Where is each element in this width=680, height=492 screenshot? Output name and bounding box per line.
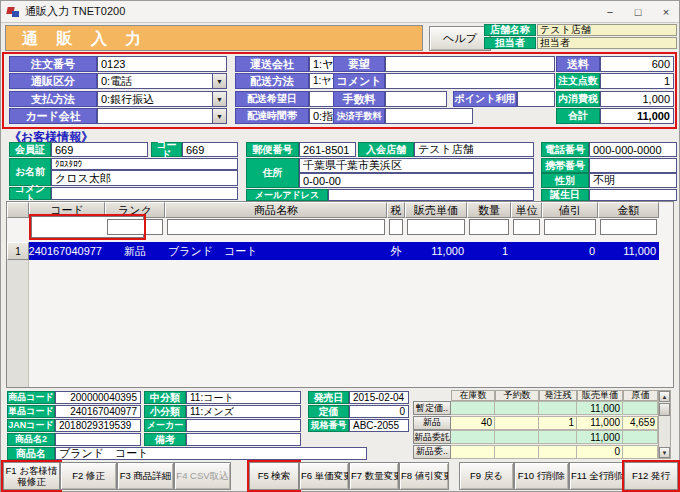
app-icon bbox=[7, 5, 20, 18]
member-card-label: 会員証 bbox=[9, 142, 51, 157]
stock-row-label[interactable]: 暫定価.. bbox=[413, 401, 451, 415]
point-use-field[interactable] bbox=[517, 91, 555, 107]
order-section: 注文番号 0123 通販区分 0:電話▼ 支払方法 0:銀行振込▼ カード会社 … bbox=[2, 52, 677, 129]
row-code[interactable]: 240167040977 bbox=[29, 242, 105, 260]
settle-fee-label: 決済手数料 bbox=[333, 108, 385, 124]
channel-select[interactable]: 0:電話▼ bbox=[97, 73, 227, 89]
zip-field[interactable]: 261-8501 bbox=[299, 142, 356, 157]
f3-item-detail-button[interactable]: F3 商品詳細 bbox=[117, 462, 174, 490]
staff-field: 担当者 bbox=[537, 37, 677, 49]
unit-entry-input[interactable] bbox=[513, 219, 540, 235]
close-icon[interactable]: × bbox=[659, 6, 673, 18]
stock-cell: 1 bbox=[539, 416, 577, 430]
f1-customer-edit-button[interactable]: F1 お客様情報修正 bbox=[3, 462, 60, 490]
fee-field[interactable] bbox=[385, 91, 447, 107]
sub-class-label: 小分類 bbox=[144, 405, 186, 418]
phone-field[interactable]: 000-000-0000 bbox=[589, 142, 677, 157]
f8-discount-change-button[interactable]: F8 値引変更 bbox=[399, 462, 449, 490]
order-no-field[interactable]: 0123 bbox=[97, 56, 227, 72]
birthday-field[interactable] bbox=[589, 189, 677, 201]
row-discount[interactable]: 0 bbox=[542, 242, 598, 260]
window-body: 通 販 入 力 ヘルプ 店舗名称 テスト店舗 担当者 担当者 注文番号 0123… bbox=[1, 23, 680, 492]
stock-col-backorder: 発注残 bbox=[539, 390, 577, 401]
item-name-value: ブランド コート bbox=[55, 447, 367, 460]
row-qty[interactable]: 1 bbox=[467, 242, 511, 260]
customer-comment-field[interactable] bbox=[51, 187, 238, 200]
customer-name-field[interactable]: クロス太郎 bbox=[51, 170, 238, 186]
rank-entry-input[interactable] bbox=[107, 219, 163, 235]
address-label: 住所 bbox=[246, 158, 299, 188]
row-amount[interactable]: 11,000 bbox=[598, 242, 659, 260]
spec-no-label: 規格番号 bbox=[308, 419, 349, 432]
settle-fee-field[interactable] bbox=[385, 108, 473, 124]
row-name[interactable]: ブランド コート bbox=[165, 242, 387, 260]
f6-price-change-button[interactable]: F6 単価変更 bbox=[299, 462, 349, 490]
chevron-down-icon[interactable]: ▼ bbox=[212, 74, 226, 88]
stock-cell bbox=[451, 401, 495, 415]
comment-field[interactable] bbox=[385, 73, 555, 89]
unit-code-value: 240167040977 bbox=[55, 405, 141, 418]
customer-name-label: お名前 bbox=[9, 158, 51, 186]
help-button[interactable]: ヘルプ bbox=[429, 26, 491, 51]
page-title: 通 販 入 力 bbox=[5, 25, 423, 51]
stock-cell bbox=[495, 445, 539, 459]
f10-delete-row-button[interactable]: F10 行削除 bbox=[514, 462, 569, 490]
payment-select[interactable]: 0:銀行振込▼ bbox=[97, 91, 227, 107]
stock-scrollbar[interactable]: ▲ ▼ bbox=[658, 390, 671, 459]
mobile-field[interactable] bbox=[589, 158, 677, 173]
f11-delete-all-button[interactable]: F11 全行削除 bbox=[569, 462, 624, 490]
birthday-label: 誕生日 bbox=[541, 189, 589, 201]
app-window: 通販入力 TNET0200 − □ × 通 販 入 力 ヘルプ 店舗名称 テスト… bbox=[0, 0, 680, 492]
time-slot-label: 配達時間帯 bbox=[235, 108, 309, 124]
title-bar: 通販入力 TNET0200 − □ × bbox=[1, 1, 679, 23]
customer-comment-label: コメント bbox=[9, 187, 51, 200]
request-field[interactable] bbox=[385, 56, 555, 72]
customer-code-field[interactable]: 669 bbox=[182, 142, 238, 157]
join-store-field[interactable]: テスト店舗 bbox=[414, 142, 534, 157]
customer-kana-field[interactable]: ｸﾛｽﾀﾛｳ bbox=[51, 158, 238, 170]
stock-cell: 11,000 bbox=[577, 401, 623, 415]
qty-entry-input[interactable] bbox=[469, 219, 509, 235]
f2-edit-button[interactable]: F2 修正 bbox=[60, 462, 117, 490]
row-unit[interactable] bbox=[511, 242, 542, 260]
chevron-down-icon[interactable]: ▼ bbox=[212, 109, 226, 123]
address-line1-field[interactable]: 千葉県千葉市美浜区 bbox=[299, 158, 534, 173]
f9-back-button[interactable]: F9 戻る bbox=[459, 462, 514, 490]
ship-method-label: 配送方法 bbox=[235, 73, 309, 89]
jan-code-value: 2018029319539 bbox=[55, 419, 141, 432]
scroll-up-icon[interactable]: ▲ bbox=[659, 391, 670, 402]
row-rank[interactable]: 新品 bbox=[105, 242, 165, 260]
f5-search-button[interactable]: F5 検索 bbox=[249, 462, 299, 490]
row-tax[interactable]: 外 bbox=[387, 242, 405, 260]
card-company-select[interactable]: ▼ bbox=[97, 108, 227, 124]
price-entry-input[interactable] bbox=[407, 219, 465, 235]
store-name-label: 店舗名称 bbox=[484, 24, 536, 36]
address-line2-field[interactable]: 0-00-00 bbox=[299, 173, 534, 188]
spec-no-value: ABC-2055 bbox=[349, 419, 409, 432]
stock-row-label[interactable]: 新品 bbox=[413, 416, 451, 430]
scroll-down-icon[interactable]: ▼ bbox=[659, 447, 670, 458]
note-value bbox=[186, 433, 301, 446]
item-code-label: 商品コード bbox=[7, 391, 55, 404]
discount-entry-input[interactable] bbox=[544, 219, 596, 235]
total-label: 合計 bbox=[556, 108, 600, 124]
minimize-icon[interactable]: − bbox=[603, 6, 617, 18]
stock-row-label[interactable]: 新品委.. bbox=[413, 445, 451, 459]
maximize-icon[interactable]: □ bbox=[631, 6, 645, 18]
stock-row-label[interactable]: 新品委託 bbox=[413, 430, 451, 444]
email-field[interactable] bbox=[328, 189, 534, 201]
gender-field[interactable]: 不明 bbox=[589, 173, 677, 188]
name-entry-input[interactable] bbox=[167, 219, 385, 235]
chevron-down-icon[interactable]: ▼ bbox=[212, 92, 226, 106]
release-date-label: 発売日 bbox=[308, 391, 349, 404]
f12-issue-button[interactable]: F12 発行 bbox=[624, 462, 678, 490]
stock-cell: 11,000 bbox=[577, 416, 623, 430]
f7-qty-change-button[interactable]: F7 数量変更 bbox=[349, 462, 399, 490]
stock-col-reserved: 予約数 bbox=[495, 390, 539, 401]
f4-csv-import-button[interactable]: F4 CSV取込 bbox=[174, 462, 231, 490]
scrollbar-thumb[interactable] bbox=[659, 403, 670, 416]
tax-entry-input[interactable] bbox=[389, 219, 403, 235]
amount-entry-input[interactable] bbox=[600, 219, 657, 235]
member-card-field[interactable]: 669 bbox=[51, 142, 148, 157]
row-price[interactable]: 11,000 bbox=[405, 242, 467, 260]
